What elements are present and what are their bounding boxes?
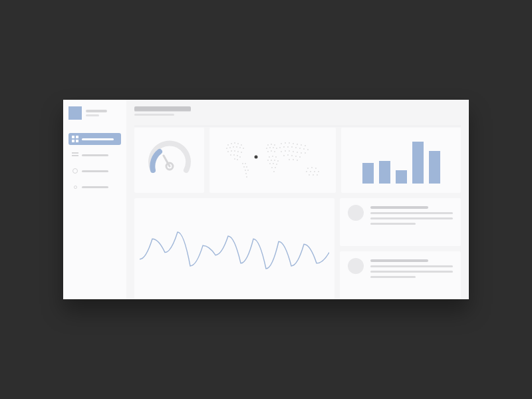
svg-point-8 (227, 144, 229, 146)
svg-point-75 (307, 149, 309, 150)
svg-point-33 (246, 166, 247, 168)
svg-point-28 (234, 158, 235, 160)
svg-point-15 (233, 146, 234, 148)
svg-point-65 (297, 144, 298, 145)
svg-point-37 (246, 176, 247, 178)
svg-point-24 (230, 154, 231, 156)
svg-point-34 (245, 170, 246, 171)
svg-point-71 (291, 146, 293, 148)
svg-point-21 (234, 150, 235, 152)
svg-point-43 (273, 147, 274, 148)
dashboard-window (63, 100, 469, 299)
svg-point-9 (231, 143, 232, 144)
svg-point-49 (272, 156, 273, 157)
svg-rect-0 (72, 136, 74, 138)
sidebar-item-label (82, 154, 108, 156)
svg-point-53 (274, 160, 275, 161)
sidebar (63, 100, 126, 299)
svg-point-93 (315, 168, 317, 169)
svg-point-96 (314, 171, 315, 172)
svg-point-48 (269, 156, 270, 158)
svg-point-55 (269, 163, 271, 164)
profile-block[interactable] (68, 106, 121, 120)
svg-point-10 (234, 142, 235, 144)
line-chart-icon (140, 219, 329, 279)
sidebar-item-label (82, 170, 108, 172)
svg-point-77 (285, 150, 286, 152)
bar-chart-widget[interactable] (341, 128, 461, 193)
svg-point-27 (239, 156, 241, 158)
gauge-widget[interactable] (134, 128, 204, 193)
svg-point-66 (301, 144, 302, 146)
svg-point-44 (276, 148, 277, 149)
svg-point-38 (267, 144, 269, 146)
activity-text (370, 205, 453, 225)
svg-point-61 (281, 143, 282, 144)
svg-point-22 (237, 151, 239, 152)
map-widget[interactable] (209, 128, 336, 193)
svg-point-41 (266, 148, 267, 149)
activity-card[interactable] (340, 251, 461, 299)
dot-icon (72, 184, 78, 190)
profile-text (86, 110, 107, 116)
sidebar-item-label (82, 186, 108, 188)
svg-rect-5 (72, 155, 78, 156)
bar (362, 163, 374, 184)
svg-point-32 (243, 166, 245, 168)
sidebar-item-2[interactable] (68, 149, 121, 161)
svg-point-70 (287, 146, 289, 148)
avatar (68, 106, 82, 120)
line-chart-widget[interactable] (134, 198, 334, 299)
svg-point-85 (291, 155, 293, 156)
svg-point-83 (283, 155, 285, 156)
svg-rect-2 (72, 140, 74, 142)
svg-point-82 (305, 152, 306, 154)
svg-point-18 (243, 148, 244, 149)
sidebar-item-4[interactable] (68, 181, 121, 193)
svg-point-91 (307, 168, 309, 169)
gauge-icon (145, 137, 194, 184)
sidebar-item-dashboard[interactable] (68, 133, 121, 145)
sidebar-item-3[interactable] (68, 165, 121, 177)
svg-point-30 (242, 163, 243, 164)
svg-point-52 (271, 160, 272, 161)
activity-column (340, 198, 461, 299)
svg-point-95 (310, 171, 311, 172)
svg-point-25 (233, 154, 235, 156)
svg-point-100 (317, 174, 318, 176)
svg-point-26 (237, 155, 238, 156)
svg-point-76 (281, 151, 282, 152)
svg-point-17 (239, 147, 241, 148)
grid-icon (72, 136, 78, 142)
circle-icon (72, 168, 78, 174)
svg-point-90 (297, 160, 298, 161)
svg-point-45 (267, 151, 269, 152)
svg-point-19 (227, 151, 229, 152)
map-pin-icon (254, 156, 257, 159)
svg-point-12 (241, 144, 242, 146)
bottom-row (134, 198, 461, 299)
svg-point-89 (293, 159, 294, 160)
activity-card[interactable] (340, 198, 461, 246)
bar (396, 170, 407, 184)
svg-point-94 (306, 171, 307, 172)
page-subtitle (134, 114, 174, 116)
svg-point-13 (226, 148, 227, 149)
avatar-icon (348, 205, 364, 221)
svg-point-51 (267, 160, 269, 161)
svg-point-59 (275, 167, 276, 168)
svg-point-20 (231, 150, 232, 152)
svg-point-58 (271, 167, 273, 168)
activity-text (370, 258, 453, 278)
svg-point-14 (229, 147, 231, 148)
svg-point-80 (297, 152, 298, 153)
svg-rect-3 (76, 140, 78, 142)
page-title (134, 106, 191, 112)
svg-point-98 (309, 174, 310, 176)
svg-point-54 (277, 160, 279, 162)
avatar-icon (348, 258, 364, 274)
svg-point-16 (236, 146, 237, 148)
svg-point-62 (285, 142, 286, 144)
svg-point-67 (305, 145, 306, 146)
bar (379, 161, 390, 184)
